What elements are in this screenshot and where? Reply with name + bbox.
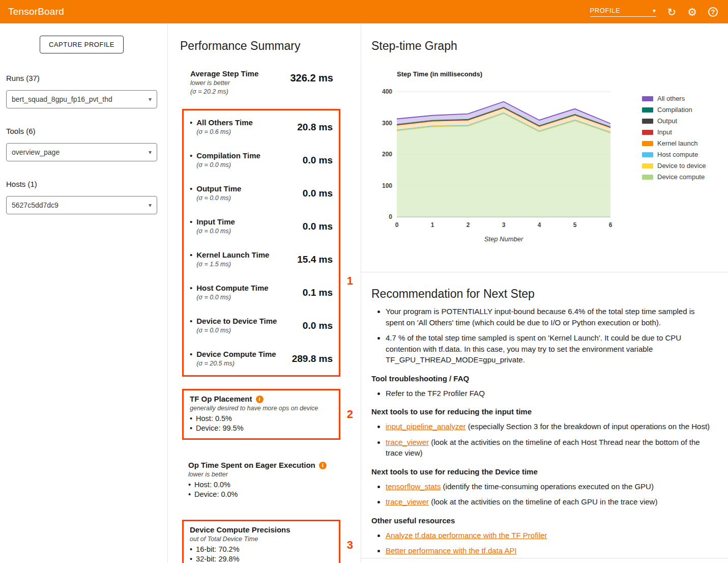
host-percentage: Host: 0.5% (190, 414, 333, 424)
svg-text:4: 4 (538, 221, 541, 229)
metric-row: • Kernel Launch Time (σ = 1.5 ms) 15.4 m… (184, 243, 339, 276)
recommendation-bullet: Your program is POTENTIALLY input-bound … (386, 306, 713, 328)
chart-wrap: Step Time (in milliseconds) Step Number … (371, 66, 723, 244)
svg-text:200: 200 (382, 151, 392, 158)
tensorboard-app: TensorBoard PROFILE ▾ ↻ ⚙ ? CAPTURE PROF… (0, 0, 728, 563)
legend-label: Input (657, 128, 672, 136)
top-bar: TensorBoard PROFILE ▾ ↻ ⚙ ? (0, 0, 728, 23)
compute-precisions-list: 16-bit: 70.2% 32-bit: 29.8% (190, 545, 333, 563)
tools-group: Tools (6) overview_page ▾ (6, 127, 157, 161)
runs-select[interactable]: bert_squad_8gpu_fp16_pvt_thd ▾ (6, 90, 157, 108)
main-content: CAPTURE PROFILE Runs (37) bert_squad_8gp… (0, 23, 728, 563)
legend-item: Kernel launch (642, 139, 706, 147)
compute-precisions-note: out of Total Device Time (190, 536, 333, 543)
link-description: (especially Section 3 for the breakdown … (466, 422, 710, 431)
metric-sigma: (σ = 1.5 ms) (196, 261, 269, 268)
metric-label: Compilation Time (196, 151, 260, 160)
chevron-down-icon: ▾ (149, 202, 152, 209)
metric-sigma: (σ = 0.0 ms) (196, 161, 260, 169)
trace-viewer-link[interactable]: trace_viewer (386, 438, 429, 446)
metric-label: All Others Time (196, 118, 253, 127)
metric-sigma: (σ = 20.2 ms) (190, 88, 258, 96)
legend-label: Compilation (657, 106, 692, 114)
runs-select-value: bert_squad_8gpu_fp16_pvt_thd (12, 95, 112, 103)
metric-sigma: (σ = 0.0 ms) (196, 228, 235, 235)
bullet: • (190, 284, 192, 301)
info-icon[interactable]: i (319, 462, 327, 469)
metric-value: 20.8 ms (297, 122, 333, 133)
help-icon[interactable]: ? (708, 7, 718, 17)
input-pipeline-analyzer-link[interactable]: input_pipeline_analyzer (386, 422, 466, 431)
metric-label: Average Step Time (190, 69, 258, 78)
trace-viewer-link[interactable]: trace_viewer (386, 497, 429, 506)
x-axis-label: Step Number (484, 235, 523, 243)
hosts-select[interactable]: 5627c5dd7dc9 ▾ (6, 196, 157, 214)
dashboard-select[interactable]: PROFILE ▾ (590, 7, 656, 17)
faq-heading: Tool troubleshooting / FAQ (371, 374, 713, 383)
reload-icon[interactable]: ↻ (667, 7, 677, 17)
metric-row: • Output Time (σ = 0.0 ms) 0.0 ms (184, 177, 339, 210)
legend-item: Device compute (642, 173, 706, 181)
metric-value: 0.0 ms (303, 155, 333, 166)
legend-item: Compilation (642, 106, 706, 114)
svg-text:6: 6 (609, 221, 613, 229)
metric-sigma: (σ = 0.0 ms) (196, 294, 268, 301)
info-icon[interactable]: i (256, 396, 264, 403)
metric-value: 0.0 ms (303, 221, 333, 232)
precision-16bit: 16-bit: 70.2% (190, 545, 333, 554)
tfdata-api-link[interactable]: Better performance with the tf.data API (386, 546, 517, 555)
recommendation-bullets: Your program is POTENTIALLY input-bound … (375, 306, 713, 365)
device-tools-heading: Next tools to use for reducing the Devic… (371, 467, 713, 476)
list-item: trace_viewer (look at the activities on … (386, 496, 713, 508)
list-item: trace_viewer (look at the activities on … (386, 437, 713, 459)
annotation-box-2: TF Op Placement i generally desired to h… (182, 389, 340, 440)
metric-row: • All Others Time (σ = 0.6 ms) 20.8 ms (184, 110, 339, 144)
svg-text:3: 3 (502, 221, 506, 229)
bullet: • (190, 217, 192, 235)
step-time-chart: Step Time (in milliseconds) Step Number … (371, 66, 631, 244)
legend-swatch (642, 119, 653, 124)
eager-execution-list: Host: 0.0% Device: 0.0% (188, 480, 334, 499)
metric-label: Input Time (196, 217, 235, 227)
recommendation-panel: Recommendation for Next Step Your progra… (361, 272, 728, 558)
metric-value: 326.2 ms (290, 72, 333, 84)
annotation-number-2: 2 (347, 408, 353, 421)
legend-label: All others (657, 95, 685, 102)
metric-row: • Device Compute Time (σ = 20.5 ms) 289.… (184, 342, 339, 375)
runs-label: Runs (37) (6, 74, 157, 82)
faq-item: Refer to the TF2 Profiler FAQ (386, 389, 485, 398)
bullet: • (190, 184, 192, 202)
tf-op-placement-list: Host: 0.5% Device: 99.5% (190, 414, 333, 433)
input-tools-heading: Next tools to use for reducing the input… (371, 407, 713, 416)
list-item: tensorflow_stats (identify the time-cons… (386, 481, 713, 492)
annotation-box-3: Device Compute Precisions out of Total D… (182, 520, 340, 563)
chart-legend: All othersCompilationOutputInputKernel l… (642, 95, 706, 244)
device-percentage: Device: 99.5% (190, 424, 333, 433)
annotation-number-3: 3 (347, 539, 353, 552)
list-item: input_pipeline_analyzer (especially Sect… (386, 421, 713, 432)
metric-sigma: (σ = 0.0 ms) (196, 194, 241, 202)
recommendation-bullet: 4.7 % of the total step time sampled is … (386, 332, 713, 365)
metric-label: Kernel Launch Time (196, 250, 269, 260)
tensorflow-stats-link[interactable]: tensorflow_stats (386, 482, 441, 491)
metric-value: 0.0 ms (303, 320, 333, 331)
tfdata-performance-link[interactable]: Analyze tf.data performance with the TF … (386, 531, 547, 540)
metric-value: 0.0 ms (303, 188, 333, 199)
capture-profile-button[interactable]: CAPTURE PROFILE (40, 36, 124, 53)
metric-sigma: (σ = 20.5 ms) (196, 360, 276, 368)
svg-text:5: 5 (573, 221, 577, 229)
tf-op-placement-note: generally desired to have more ops on de… (190, 405, 333, 412)
gear-icon[interactable]: ⚙ (687, 7, 697, 17)
list-item: Refer to the TF2 Profiler FAQ (386, 388, 713, 399)
svg-text:0: 0 (389, 213, 392, 220)
metric-label: Device Compute Time (196, 350, 276, 359)
tools-label: Tools (6) (6, 127, 157, 135)
metric-row: • Host Compute Time (σ = 0.0 ms) 0.1 ms (184, 276, 339, 309)
metric-label: Host Compute Time (196, 284, 268, 293)
tools-select[interactable]: overview_page ▾ (6, 143, 157, 161)
tools-select-value: overview_page (12, 148, 60, 156)
legend-item: Output (642, 117, 706, 125)
list-item: Better performance with the tf.data API (386, 545, 713, 556)
legend-swatch (642, 130, 653, 135)
hosts-group: Hosts (1) 5627c5dd7dc9 ▾ (6, 180, 157, 214)
